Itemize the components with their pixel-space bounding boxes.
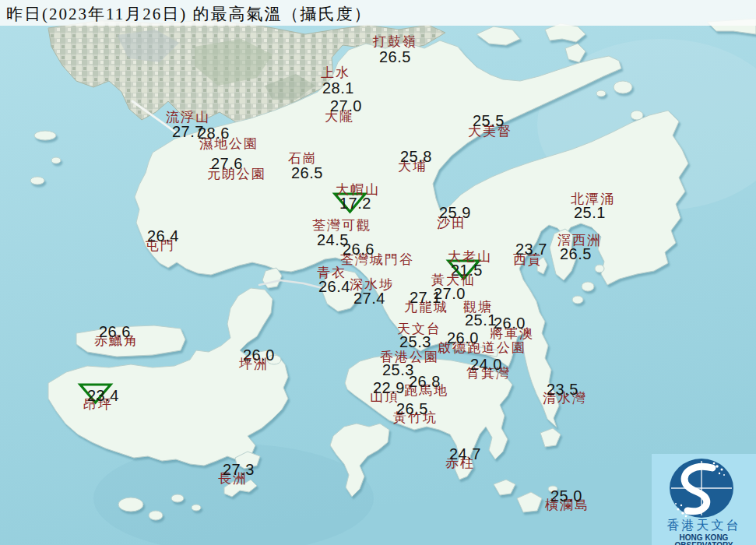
station-name-label: 荃灣可觀	[312, 219, 371, 232]
station-temp-value: 27.4	[353, 290, 385, 306]
station-temp-value: 24.7	[449, 446, 481, 462]
station-temp-value: 25.9	[439, 205, 471, 220]
station-temp-value: 25.1	[574, 205, 606, 220]
station-temp-value: 23.5	[547, 382, 578, 397]
station-name-label: 上水	[321, 66, 350, 79]
station-temp-value: 26.5	[396, 401, 428, 417]
station-temp-value: 25.1	[465, 312, 497, 328]
hko-logo: 香港天文台 HONG KONG OBSERVATORY	[652, 454, 756, 545]
hko-logo-chinese-name: 香港天文台	[652, 519, 756, 532]
station-temp-value: 27.0	[330, 98, 362, 114]
station-temp-value: 25.8	[400, 149, 432, 164]
station-temp-value: 27.3	[223, 462, 255, 477]
station-temp-value: 22.9	[373, 380, 405, 396]
station-temp-value: 24.0	[470, 357, 502, 372]
station-labels-layer: 打鼓嶺26.5上水28.1大隴27.0流浮山27.7濕地公園28.6元朗公園27…	[0, 0, 756, 545]
station-temp-value: 17.2	[339, 195, 371, 211]
station-temp-value: 25.5	[473, 113, 505, 128]
station-temp-value: 23.7	[515, 241, 547, 257]
station-name-label: 打鼓嶺	[373, 35, 417, 48]
title-bar: 昨日(2023年11月26日) 的最高氣溫（攝氏度）	[0, 0, 756, 26]
station-temp-value: 28.1	[322, 80, 354, 96]
station-temp-value: 27.6	[211, 156, 243, 171]
station-temp-value: 25.0	[550, 488, 582, 504]
station-temp-value: 26.5	[291, 165, 323, 181]
station-temp-value: 28.6	[198, 125, 230, 141]
station-temp-value: 25.3	[399, 334, 431, 350]
map-title: 昨日(2023年11月26日) 的最高氣溫（攝氏度）	[6, 3, 371, 25]
hko-logo-emblem-icon	[652, 454, 756, 519]
station-temp-value: 26.4	[318, 279, 350, 294]
station-temp-value: 26.4	[147, 228, 179, 244]
station-temp-value: 26.6	[343, 241, 374, 257]
station-temp-value: 26.0	[243, 347, 275, 363]
station-name-label: 石崗	[288, 152, 318, 165]
station-temp-value: 26.0	[494, 315, 526, 331]
station-temp-value: 26.8	[409, 374, 441, 389]
station-temp-value: 27.1	[410, 290, 441, 305]
station-temp-value: 26.5	[560, 246, 592, 262]
station-temp-value: 26.5	[379, 49, 411, 65]
station-temp-value: 23.4	[87, 388, 119, 403]
station-name-label: 流浮山	[166, 111, 210, 124]
station-temp-value: 26.0	[447, 330, 479, 346]
hko-logo-english-name: HONG KONG OBSERVATORY	[652, 534, 756, 545]
station-temp-value: 26.6	[99, 324, 131, 339]
